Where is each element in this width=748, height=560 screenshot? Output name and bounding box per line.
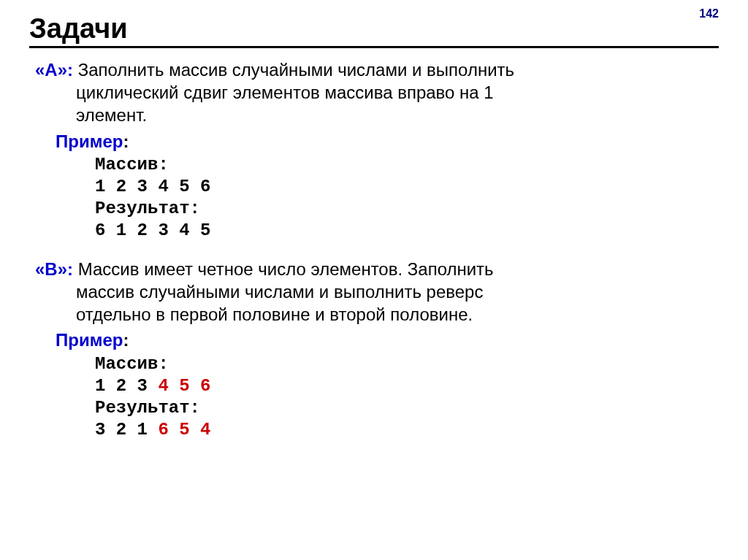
code-a-line2: 1 2 3 4 5 6: [95, 176, 719, 198]
task-b-line3: отдельно в первой половине и второй поло…: [76, 303, 719, 326]
task-b-example-label: Пример:: [56, 329, 719, 351]
task-b-label: «B»:: [35, 259, 73, 279]
code-b-line2: 1 2 3 4 5 6: [95, 375, 719, 397]
task-a-example-label: Пример:: [56, 130, 719, 153]
task-a-label: «A»:: [35, 60, 73, 80]
task-b-line2: массив случайными числами и выполнить ре…: [76, 280, 719, 303]
content-area: «A»: Заполнить массив случайными числами…: [29, 58, 719, 441]
task-b-line1: «B»: Массив имеет четное число элементов…: [35, 258, 719, 280]
task-a-line1: «A»: Заполнить массив случайными числами…: [35, 58, 719, 81]
task-b: «B»: Массив имеет четное число элементов…: [29, 258, 719, 441]
task-a-code: Массив: 1 2 3 4 5 6 Результат: 6 1 2 3 4…: [95, 154, 719, 242]
task-a-line3: элемент.: [76, 104, 719, 126]
page-number: 142: [699, 7, 719, 20]
page-title: Задачи: [29, 13, 719, 48]
task-b-desc1: Массив имеет четное число элементов. Зап…: [73, 259, 494, 279]
task-b-code: Массив: 1 2 3 4 5 6 Результат: 3 2 1 6 5…: [95, 353, 719, 441]
task-a-line2: циклический сдвиг элементов массива впра…: [76, 81, 719, 104]
code-a-line1: Массив:: [95, 154, 719, 176]
task-a-desc1: Заполнить массив случайными числами и вы…: [73, 60, 514, 80]
code-a-line4: 6 1 2 3 4 5: [95, 220, 719, 242]
code-b-line4: 3 2 1 6 5 4: [95, 419, 719, 441]
code-a-line3: Результат:: [95, 198, 719, 220]
code-b-line1: Массив:: [95, 353, 719, 375]
task-a: «A»: Заполнить массив случайными числами…: [29, 58, 719, 242]
code-b-line3: Результат:: [95, 397, 719, 419]
